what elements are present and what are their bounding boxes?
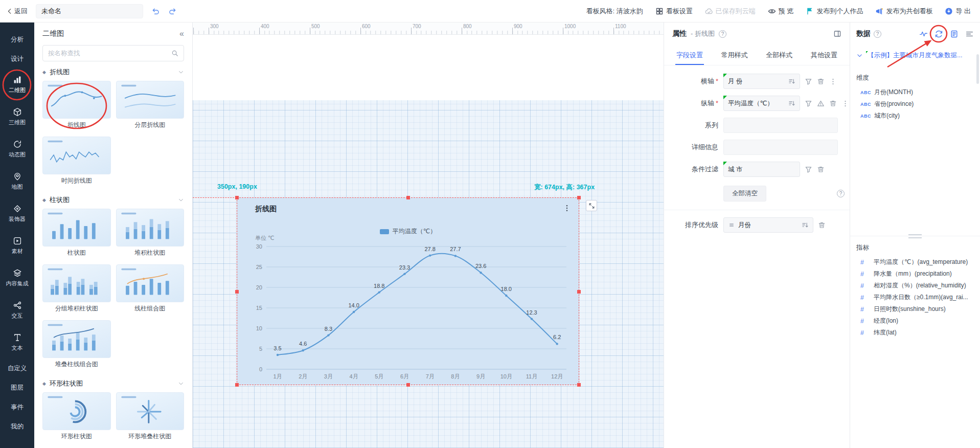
chart-thumbnail-stacked-bar-line[interactable]: 堆叠柱线组合图 [42, 320, 111, 372]
decor-icon [13, 204, 22, 213]
data-field-item[interactable]: #平均温度（℃）(avg_temperature) [856, 256, 974, 268]
help-icon[interactable]: ? [719, 30, 726, 38]
api-icon[interactable] [935, 30, 943, 38]
tab-其他设置[interactable]: 其他设置 [811, 45, 837, 65]
drag-grip[interactable] [908, 234, 922, 238]
sidebar-item-design[interactable]: 设计 [0, 49, 34, 69]
sort-icon[interactable] [788, 78, 795, 85]
redo-icon[interactable] [168, 7, 177, 15]
scrollbar-thumb[interactable] [976, 54, 979, 84]
section-header[interactable]: ◆柱状图 [42, 191, 184, 209]
sidebar-item-layer[interactable]: 图层 [0, 378, 34, 397]
line-chart-widget[interactable]: 0510152025301月2月3月4月5月6月7月8月9月10月11月12月3… [237, 197, 579, 385]
trash-icon[interactable] [817, 166, 825, 173]
detail-input[interactable] [723, 140, 838, 155]
canvas[interactable]: 30040050060070080090010001100 350px, 190… [193, 23, 664, 448]
topbar-export[interactable]: 导 出 [945, 7, 971, 16]
data-field-item[interactable]: #平均降水日数（≥0.1mm)(avg_rai... [856, 292, 974, 303]
chart-legend[interactable]: 平均温度（℃） [237, 227, 579, 236]
filter-icon[interactable] [805, 100, 812, 107]
topbar-publish-shared[interactable]: 发布为共创看板 [875, 7, 932, 16]
data-field-item[interactable]: #纬度(lat) [856, 327, 974, 339]
help-icon[interactable]: ? [874, 30, 881, 38]
chart-thumbnail-radial-bar[interactable]: 环形柱状图 [42, 392, 111, 444]
drag-icon[interactable] [728, 221, 735, 229]
data-field-item[interactable]: #经度(lon) [856, 315, 974, 327]
data-field-item[interactable]: ABC月份(MONTH) [856, 86, 974, 98]
chart-thumbnail-layered-line[interactable]: 分层折线图 [116, 81, 185, 132]
chart-thumbnail-line-bar[interactable]: 线柱组合图 [116, 264, 185, 316]
form-icon[interactable] [950, 30, 959, 38]
sidebar-item-dynamic-chart[interactable]: 动态图 [0, 133, 34, 165]
data-field-item[interactable]: #相对湿度（%）(relative_humidity) [856, 280, 974, 292]
chevron-down-icon[interactable] [178, 380, 184, 387]
chart-thumbnail-time-line[interactable]: 时间折线图 [42, 137, 111, 188]
section-header[interactable]: ◆环形柱状图 [42, 375, 184, 392]
data-field-item[interactable]: #降水量（mm）(precipitation) [856, 268, 974, 280]
series-input[interactable] [723, 118, 838, 133]
line-chart-plot: 0510152025301月2月3月4月5月6月7月8月9月10月11月12月3… [237, 197, 579, 385]
condition-filter-input[interactable]: 城 市 [723, 162, 800, 177]
data-field-item[interactable]: ABC城市(city) [856, 110, 974, 122]
topbar-board-settings[interactable]: 看板设置 [655, 7, 693, 16]
sidebar-item-mine[interactable]: 我的 [0, 417, 34, 436]
more-icon[interactable] [841, 100, 849, 107]
sidebar-item-decorator[interactable]: 装饰器 [0, 197, 34, 230]
sort-icon[interactable] [788, 100, 795, 107]
dataset-selector[interactable]: 【示例】主要城市月度气象数据... [856, 48, 974, 62]
chart-thumbnail-radial-stacked-bar[interactable]: 环形堆叠柱状图 [116, 392, 185, 444]
tab-全部样式[interactable]: 全部样式 [766, 45, 792, 65]
sidebar-item-material[interactable]: 素材 [0, 230, 34, 262]
section-header[interactable]: ◆折线图 [42, 63, 184, 81]
data-field-item[interactable]: ABC省份(province) [856, 98, 974, 110]
search-icon[interactable] [171, 50, 178, 57]
topbar-publish-personal[interactable]: 发布到个人作品 [806, 7, 863, 16]
chart-thumbnail-stacked-bar[interactable]: 堆积柱状图 [116, 209, 185, 260]
sidebar-item-analysis[interactable]: 分析 [0, 30, 34, 49]
tab-常用样式[interactable]: 常用样式 [721, 45, 748, 65]
topbar-style[interactable]: 看板风格: 清波水韵 [586, 7, 643, 16]
undo-icon[interactable] [151, 7, 160, 15]
chart-thumbnail-grouped-stacked-bar[interactable]: 分组堆积柱状图 [42, 264, 111, 316]
sidebar-item-custom[interactable]: 自定义 [0, 359, 34, 378]
chart-thumbnail-bar[interactable]: 柱状图 [42, 209, 111, 260]
sidebar-item-text[interactable]: 文本 [0, 326, 34, 359]
tab-字段设置[interactable]: 字段设置 [676, 45, 703, 65]
more-icon[interactable] [829, 78, 837, 85]
trash-icon[interactable] [818, 221, 826, 229]
sidebar-item-map[interactable]: 地图 [0, 165, 34, 197]
sidebar-item-chart-2d[interactable]: 二维图 [0, 69, 34, 101]
search-input[interactable] [48, 50, 167, 57]
x-axis-input[interactable]: 月 份 [723, 74, 800, 89]
svg-text:4.6: 4.6 [299, 341, 307, 347]
pulse-icon[interactable] [919, 30, 928, 38]
panel-toggle-icon[interactable] [833, 30, 841, 38]
filter-icon[interactable] [805, 78, 812, 85]
sort-icon[interactable] [802, 221, 809, 229]
menu-icon[interactable] [965, 30, 974, 38]
back-button[interactable]: 返回 [6, 7, 28, 16]
y-axis-input[interactable]: 平均温度（℃） [723, 96, 800, 111]
help-icon[interactable]: ? [837, 190, 845, 197]
collapse-panel-icon[interactable]: « [179, 29, 184, 38]
sort-priority-input[interactable]: 月份 [723, 217, 813, 233]
sidebar-item-interaction[interactable]: 交互 [0, 294, 34, 326]
warn-icon[interactable] [817, 100, 825, 107]
data-field-item[interactable]: #日照时数(sunshine_hours) [856, 303, 974, 315]
sidebar-item-event[interactable]: 事件 [0, 397, 34, 417]
sidebar-item-content-integration[interactable]: 内容集成 [0, 262, 34, 294]
chevron-down-icon[interactable] [178, 69, 184, 75]
chart-thumbnail-line[interactable]: 折线图 [42, 81, 111, 132]
svg-text:0: 0 [259, 366, 262, 372]
topbar-preview[interactable]: 预 览 [768, 7, 794, 16]
chevron-down-icon[interactable] [178, 197, 184, 203]
doc-title-input[interactable] [36, 4, 143, 18]
scale-widget-icon[interactable] [586, 200, 597, 211]
trash-icon[interactable] [829, 100, 837, 107]
filter-icon[interactable] [805, 166, 812, 173]
clear-all-button[interactable]: 全部清空 [723, 186, 766, 201]
topbar-saved-status[interactable]: 已保存到云端 [705, 7, 756, 16]
sidebar-item-chart-3d[interactable]: 三维图 [0, 101, 34, 133]
trash-icon[interactable] [817, 78, 825, 85]
chart-more-icon[interactable] [563, 204, 571, 213]
